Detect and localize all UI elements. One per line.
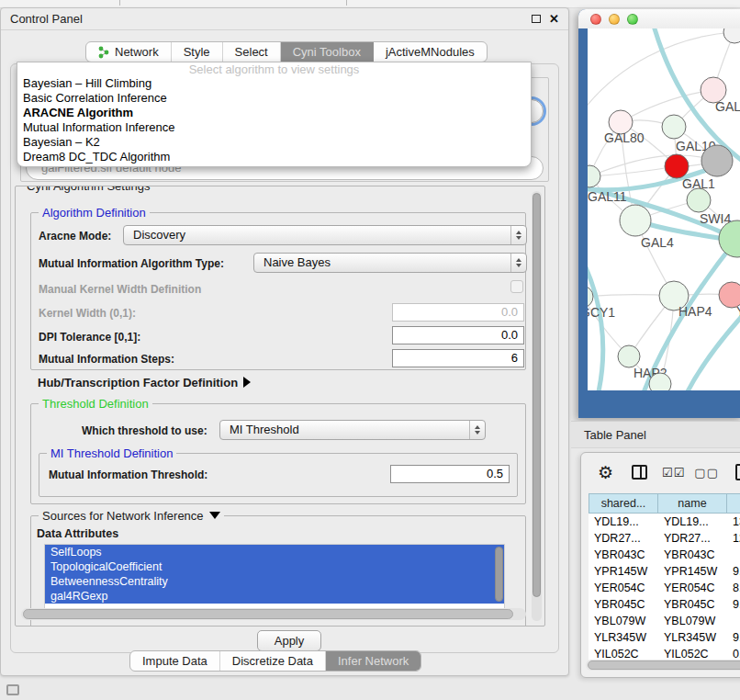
table-cell[interactable]: YDR27...	[658, 530, 727, 547]
table-row[interactable]: YBR043CYBR043C	[589, 547, 740, 563]
table-cell[interactable]: YLR345W	[658, 629, 727, 646]
table-cell[interactable]: 9.	[727, 629, 740, 646]
mi-threshold-field[interactable]: 0.5	[390, 465, 510, 483]
node-label: GCY1	[588, 305, 615, 320]
split-columns-icon[interactable]	[632, 465, 647, 480]
tab-network[interactable]: Network	[86, 42, 172, 62]
attribute-list-item[interactable]: TopologicalCoefficient	[45, 559, 504, 574]
network-node[interactable]	[723, 28, 740, 43]
table-horizontal-scrollbar[interactable]	[586, 660, 740, 671]
column-header-shared-name[interactable]: shared...	[589, 493, 658, 514]
table-row[interactable]: YPR145WYPR145W9.	[589, 563, 740, 580]
tab-style[interactable]: Style	[172, 42, 223, 62]
table-cell[interactable]: YDL19...	[658, 514, 727, 530]
apply-button[interactable]: Apply	[257, 630, 321, 651]
tab-select[interactable]: Select	[223, 42, 281, 62]
table-row[interactable]: YBR045CYBR045C9.	[589, 596, 740, 613]
algorithm-option[interactable]: Basic Correlation Inference	[17, 91, 531, 106]
algorithm-definition-group: Algorithm Definition Aracne Mode: Discov…	[30, 212, 526, 370]
network-node-hap2[interactable]	[618, 345, 640, 367]
network-node-gal1[interactable]	[665, 154, 689, 178]
network-node[interactable]	[649, 373, 671, 390]
network-window-titlebar[interactable]	[578, 9, 740, 28]
network-node-swi4[interactable]	[687, 188, 711, 212]
close-traffic-light[interactable]	[590, 14, 601, 25]
table-cell[interactable]: YBR043C	[589, 547, 658, 563]
table-cell[interactable]: YPR145W	[658, 563, 727, 580]
which-threshold-combobox[interactable]: MI Threshold	[219, 420, 486, 440]
table-row[interactable]: YER054CYER054C8.	[589, 580, 740, 596]
minimize-traffic-light[interactable]	[609, 14, 620, 25]
column-header-partial[interactable]: A	[727, 493, 740, 514]
algorithm-option[interactable]: Dream8 DC_TDC Algorithm	[17, 150, 531, 164]
table-cell[interactable]: YLR345W	[589, 629, 658, 646]
table-cell[interactable]	[727, 547, 740, 563]
table-cell[interactable]: YER054C	[658, 580, 727, 596]
tab-jactivemnodules[interactable]: jActiveMNodules	[374, 42, 487, 62]
algorithm-option[interactable]: ARACNE Algorithm	[17, 106, 531, 120]
tab-discretize-data[interactable]: Discretize Data	[220, 651, 326, 671]
tab-impute-data[interactable]: Impute Data	[130, 651, 220, 671]
scrollbar-thumb[interactable]	[588, 660, 740, 670]
table-cell[interactable]: 9.	[727, 563, 740, 580]
table-cell[interactable]: 13	[727, 514, 740, 530]
table-cell[interactable]: YER054C	[589, 580, 658, 596]
docked-panel-icon[interactable]	[6, 684, 19, 695]
deselect-checkboxes-icon[interactable]: ▢▢	[694, 466, 719, 480]
table-cell[interactable]: 9.	[727, 596, 740, 613]
sources-group-title[interactable]: Sources for Network Inference	[39, 509, 224, 523]
table-row[interactable]: YLR345WYLR345W9.	[589, 629, 740, 646]
network-node-gal11[interactable]	[588, 165, 600, 187]
table-cell[interactable]: YPR145W	[589, 563, 658, 580]
tab-cyni-toolbox[interactable]: Cyni Toolbox	[281, 42, 374, 62]
table-cell[interactable]: YBL079W	[589, 613, 658, 629]
spinner-arrows-icon	[469, 421, 485, 439]
column-header-name[interactable]: name	[658, 493, 727, 514]
network-canvas[interactable]: GALGAL80GAL10GAL1GAL11GAL4SWI4GCY1HAP4YH…	[588, 28, 740, 390]
mi-threshold-definition-title: MI Threshold Definition	[47, 446, 176, 460]
list-vertical-scrollbar[interactable]	[495, 547, 503, 602]
algorithm-option[interactable]: Bayesian – Hill Climbing	[17, 76, 531, 91]
settings-vertical-scrollbar[interactable]	[532, 191, 542, 621]
aracne-mode-combobox[interactable]: Discovery	[123, 225, 527, 245]
algorithm-option[interactable]: Bayesian – K2	[17, 135, 531, 150]
network-node-gal4[interactable]	[620, 205, 651, 236]
mi-steps-field[interactable]: 6	[392, 349, 524, 367]
table-cell[interactable]: YBL079W	[658, 613, 727, 629]
scrollbar-thumb[interactable]	[533, 193, 541, 597]
table-row[interactable]: YDL19...YDL19...13	[589, 514, 740, 530]
table-cell[interactable]: 8.	[727, 580, 740, 596]
attribute-list-item[interactable]: BetweennessCentrality	[45, 574, 504, 589]
table-cell[interactable]: YBR045C	[589, 596, 658, 613]
mi-algorithm-type-combobox[interactable]: Naive Bayes	[253, 253, 527, 273]
network-node[interactable]	[701, 145, 733, 176]
close-icon[interactable]: ✕	[549, 13, 559, 25]
gear-icon[interactable]: ⚙	[598, 462, 613, 483]
zoom-traffic-light[interactable]	[627, 14, 638, 25]
network-edge[interactable]	[588, 249, 603, 390]
attribute-list-item[interactable]: SelfLoops	[45, 545, 504, 559]
table-row[interactable]: YBL079WYBL079W	[589, 613, 740, 629]
table-row[interactable]: YDR27...YDR27...12	[589, 530, 740, 547]
float-window-icon[interactable]	[532, 15, 541, 23]
which-threshold-value: MI Threshold	[230, 423, 299, 436]
table-cell[interactable]: YDL19...	[589, 514, 658, 530]
algorithm-option[interactable]: Mutual Information Inference	[17, 120, 531, 135]
dpi-tolerance-field[interactable]: 0.0	[392, 326, 524, 344]
hub-definition-expander[interactable]: Hub/Transcription Factor Definition	[38, 376, 251, 390]
table-cell[interactable]: YBR045C	[658, 596, 727, 613]
table-cell[interactable]: YDR27...	[589, 530, 658, 547]
settings-horizontal-scrollbar[interactable]	[21, 608, 526, 620]
file-partial-icon[interactable]	[735, 464, 740, 480]
attribute-list-item[interactable]: gal4RGexp	[45, 589, 504, 604]
network-node[interactable]	[719, 220, 740, 257]
kernel-width-field[interactable]: 0.0	[392, 303, 524, 322]
manual-kernel-width-checkbox[interactable]	[510, 280, 523, 293]
table-cell[interactable]	[727, 613, 740, 629]
table-cell[interactable]: YBR043C	[658, 547, 727, 563]
tab-infer-network[interactable]: Infer Network	[326, 651, 420, 671]
network-node-gal10[interactable]	[662, 115, 686, 139]
table-cell[interactable]: 12	[727, 530, 740, 547]
scrollbar-thumb[interactable]	[23, 609, 513, 619]
select-all-checkboxes-icon[interactable]: ☑☑	[662, 466, 685, 480]
